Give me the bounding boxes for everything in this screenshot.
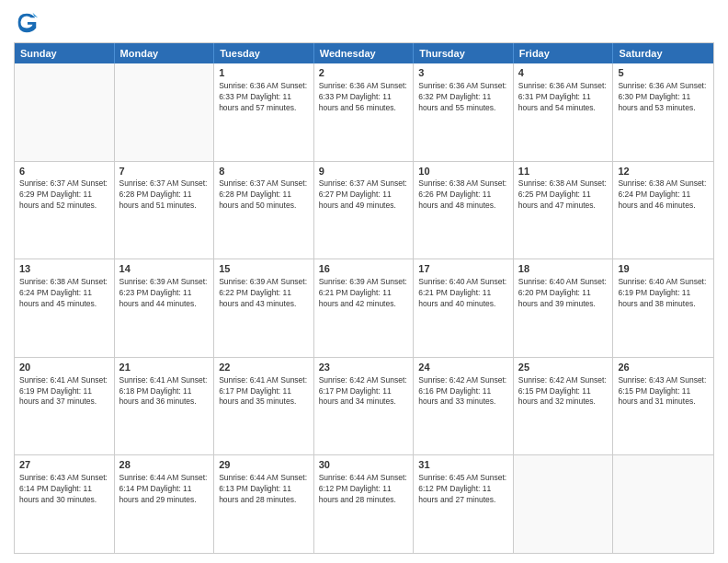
cell-info: Sunrise: 6:40 AM Sunset: 6:21 PM Dayligh… [418, 277, 508, 310]
cal-cell: 21Sunrise: 6:41 AM Sunset: 6:18 PM Dayli… [115, 358, 215, 455]
cal-cell [15, 63, 115, 161]
day-number: 17 [418, 262, 508, 276]
cell-info: Sunrise: 6:36 AM Sunset: 6:33 PM Dayligh… [219, 81, 309, 114]
cell-info: Sunrise: 6:38 AM Sunset: 6:25 PM Dayligh… [518, 178, 609, 212]
cal-cell: 14Sunrise: 6:39 AM Sunset: 6:23 PM Dayli… [115, 259, 215, 357]
cell-info: Sunrise: 6:41 AM Sunset: 6:19 PM Dayligh… [19, 375, 109, 408]
day-number: 8 [219, 165, 309, 178]
cal-cell: 2Sunrise: 6:36 AM Sunset: 6:33 PM Daylig… [314, 63, 415, 161]
day-of-week-tuesday: Tuesday [214, 43, 314, 63]
day-number: 23 [319, 361, 409, 374]
logo-icon [14, 9, 40, 35]
day-number: 28 [119, 458, 210, 472]
day-of-week-monday: Monday [115, 43, 215, 63]
cal-cell: 29Sunrise: 6:44 AM Sunset: 6:13 PM Dayli… [214, 455, 314, 553]
day-number: 9 [319, 165, 409, 178]
day-number: 24 [418, 361, 508, 374]
cal-cell: 13Sunrise: 6:38 AM Sunset: 6:24 PM Dayli… [15, 259, 115, 357]
cell-info: Sunrise: 6:38 AM Sunset: 6:26 PM Dayligh… [418, 178, 508, 212]
cell-info: Sunrise: 6:37 AM Sunset: 6:28 PM Dayligh… [119, 178, 210, 212]
cal-cell: 24Sunrise: 6:42 AM Sunset: 6:16 PM Dayli… [414, 358, 514, 455]
calendar-body: 1Sunrise: 6:36 AM Sunset: 6:33 PM Daylig… [15, 63, 713, 553]
cal-cell: 7Sunrise: 6:37 AM Sunset: 6:28 PM Daylig… [115, 162, 215, 259]
cal-cell: 15Sunrise: 6:39 AM Sunset: 6:22 PM Dayli… [214, 259, 314, 357]
day-number: 19 [618, 262, 709, 276]
cal-cell: 18Sunrise: 6:40 AM Sunset: 6:20 PM Dayli… [514, 259, 614, 357]
cal-cell: 25Sunrise: 6:42 AM Sunset: 6:15 PM Dayli… [514, 358, 614, 455]
week-row-5: 27Sunrise: 6:43 AM Sunset: 6:14 PM Dayli… [15, 455, 713, 553]
day-number: 21 [119, 361, 210, 374]
cal-cell: 27Sunrise: 6:43 AM Sunset: 6:14 PM Dayli… [15, 455, 115, 553]
page: SundayMondayTuesdayWednesdayThursdayFrid… [0, 0, 728, 563]
day-number: 22 [219, 361, 309, 374]
cal-cell: 31Sunrise: 6:45 AM Sunset: 6:12 PM Dayli… [414, 455, 514, 553]
cell-info: Sunrise: 6:40 AM Sunset: 6:20 PM Dayligh… [518, 277, 609, 310]
day-number: 3 [418, 66, 508, 80]
cell-info: Sunrise: 6:38 AM Sunset: 6:24 PM Dayligh… [618, 178, 709, 212]
day-number: 27 [19, 458, 109, 472]
cell-info: Sunrise: 6:36 AM Sunset: 6:31 PM Dayligh… [518, 81, 609, 114]
calendar: SundayMondayTuesdayWednesdayThursdayFrid… [14, 42, 714, 554]
cell-info: Sunrise: 6:39 AM Sunset: 6:23 PM Dayligh… [119, 277, 210, 310]
cell-info: Sunrise: 6:38 AM Sunset: 6:24 PM Dayligh… [19, 277, 109, 310]
day-number: 26 [618, 361, 709, 374]
week-row-2: 6Sunrise: 6:37 AM Sunset: 6:29 PM Daylig… [15, 162, 713, 260]
cal-cell: 5Sunrise: 6:36 AM Sunset: 6:30 PM Daylig… [613, 63, 713, 161]
cal-cell: 30Sunrise: 6:44 AM Sunset: 6:12 PM Dayli… [314, 455, 415, 553]
cal-cell [514, 455, 614, 553]
day-of-week-saturday: Saturday [613, 43, 713, 63]
day-of-week-sunday: Sunday [15, 43, 115, 63]
day-number: 16 [319, 262, 409, 276]
day-number: 12 [618, 165, 709, 178]
cal-cell: 3Sunrise: 6:36 AM Sunset: 6:32 PM Daylig… [414, 63, 514, 161]
header [14, 9, 714, 35]
cell-info: Sunrise: 6:44 AM Sunset: 6:13 PM Dayligh… [219, 473, 309, 506]
day-number: 6 [19, 165, 109, 178]
cell-info: Sunrise: 6:40 AM Sunset: 6:19 PM Dayligh… [618, 277, 709, 310]
day-of-week-wednesday: Wednesday [314, 43, 415, 63]
cal-cell: 1Sunrise: 6:36 AM Sunset: 6:33 PM Daylig… [214, 63, 314, 161]
cal-cell: 6Sunrise: 6:37 AM Sunset: 6:29 PM Daylig… [15, 162, 115, 259]
day-of-week-thursday: Thursday [414, 43, 514, 63]
calendar-header: SundayMondayTuesdayWednesdayThursdayFrid… [15, 43, 713, 63]
cal-cell: 19Sunrise: 6:40 AM Sunset: 6:19 PM Dayli… [613, 259, 713, 357]
cell-info: Sunrise: 6:36 AM Sunset: 6:30 PM Dayligh… [618, 81, 709, 114]
cal-cell: 17Sunrise: 6:40 AM Sunset: 6:21 PM Dayli… [414, 259, 514, 357]
cell-info: Sunrise: 6:41 AM Sunset: 6:17 PM Dayligh… [219, 375, 309, 408]
cal-cell: 4Sunrise: 6:36 AM Sunset: 6:31 PM Daylig… [514, 63, 614, 161]
logo [14, 9, 43, 35]
cal-cell [613, 455, 713, 553]
cal-cell: 11Sunrise: 6:38 AM Sunset: 6:25 PM Dayli… [514, 162, 614, 259]
day-number: 30 [319, 458, 409, 472]
cal-cell: 9Sunrise: 6:37 AM Sunset: 6:27 PM Daylig… [314, 162, 415, 259]
cal-cell: 26Sunrise: 6:43 AM Sunset: 6:15 PM Dayli… [613, 358, 713, 455]
cal-cell: 10Sunrise: 6:38 AM Sunset: 6:26 PM Dayli… [414, 162, 514, 259]
day-number: 5 [618, 66, 709, 80]
day-number: 25 [518, 361, 609, 374]
cell-info: Sunrise: 6:37 AM Sunset: 6:28 PM Dayligh… [219, 178, 309, 212]
cell-info: Sunrise: 6:44 AM Sunset: 6:14 PM Dayligh… [119, 473, 210, 506]
week-row-3: 13Sunrise: 6:38 AM Sunset: 6:24 PM Dayli… [15, 259, 713, 358]
week-row-1: 1Sunrise: 6:36 AM Sunset: 6:33 PM Daylig… [15, 63, 713, 162]
cal-cell: 8Sunrise: 6:37 AM Sunset: 6:28 PM Daylig… [214, 162, 314, 259]
cell-info: Sunrise: 6:45 AM Sunset: 6:12 PM Dayligh… [418, 473, 508, 506]
day-number: 7 [119, 165, 210, 178]
cell-info: Sunrise: 6:42 AM Sunset: 6:17 PM Dayligh… [319, 375, 409, 408]
day-number: 15 [219, 262, 309, 276]
day-number: 10 [418, 165, 508, 178]
day-number: 13 [19, 262, 109, 276]
day-of-week-friday: Friday [514, 43, 614, 63]
week-row-4: 20Sunrise: 6:41 AM Sunset: 6:19 PM Dayli… [15, 358, 713, 456]
cell-info: Sunrise: 6:39 AM Sunset: 6:21 PM Dayligh… [319, 277, 409, 310]
cell-info: Sunrise: 6:37 AM Sunset: 6:29 PM Dayligh… [19, 178, 109, 212]
cal-cell: 28Sunrise: 6:44 AM Sunset: 6:14 PM Dayli… [115, 455, 215, 553]
cell-info: Sunrise: 6:42 AM Sunset: 6:16 PM Dayligh… [418, 375, 508, 408]
day-number: 18 [518, 262, 609, 276]
day-number: 1 [219, 66, 309, 80]
cell-info: Sunrise: 6:36 AM Sunset: 6:32 PM Dayligh… [418, 81, 508, 114]
cell-info: Sunrise: 6:39 AM Sunset: 6:22 PM Dayligh… [219, 277, 309, 310]
cal-cell: 22Sunrise: 6:41 AM Sunset: 6:17 PM Dayli… [214, 358, 314, 455]
cal-cell: 20Sunrise: 6:41 AM Sunset: 6:19 PM Dayli… [15, 358, 115, 455]
day-number: 31 [418, 458, 508, 472]
day-number: 4 [518, 66, 609, 80]
